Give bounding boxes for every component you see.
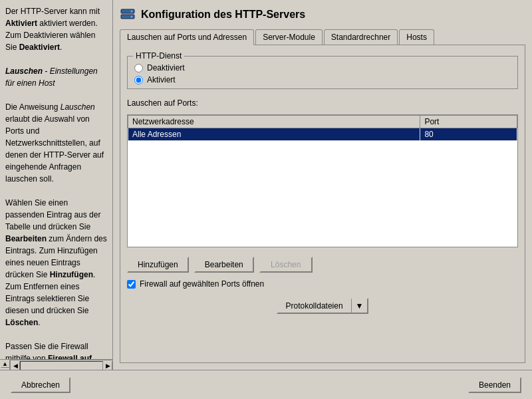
sidebar-scroll-right[interactable]: ▶ (103, 361, 112, 370)
firewall-checkbox-row: Firewall auf gewählten Ports öffnen (127, 279, 518, 289)
add-button[interactable]: Hinzufügen (127, 257, 189, 273)
firewall-label: Firewall auf gewählten Ports öffnen (140, 279, 264, 289)
protokoll-dropdown: Protokolldateien ▼ (277, 298, 369, 314)
tab-bar: Lauschen auf Ports und Adressen Server-M… (120, 29, 525, 45)
svg-point-2 (131, 11, 133, 13)
panel-content: HTTP-Dienst Deaktiviert Aktiviert Lausch… (120, 45, 525, 363)
dialog-title-bar: Konfiguration des HTTP-Servers (120, 7, 525, 23)
footer: Abbrechen Beenden (0, 370, 532, 399)
dialog-title-text: Konfiguration des HTTP-Servers (141, 9, 305, 21)
protokoll-row: Protokolldateien ▼ (127, 298, 518, 314)
cell-address: Alle Adressen (128, 128, 420, 141)
radio-deaktiviert-label: Deaktiviert (147, 63, 185, 72)
action-buttons: Hinzufügen Bearbeiten Löschen (127, 257, 518, 273)
firewall-checkbox[interactable] (127, 280, 136, 289)
tab-standardrechner[interactable]: Standardrechner (324, 29, 398, 45)
tab-hosts[interactable]: Hosts (399, 29, 434, 45)
ports-table: Netzwerkadresse Port Alle Adressen 80 (128, 115, 517, 141)
svg-point-3 (131, 16, 133, 18)
sidebar-text: Der HTTP-Server kann mit Aktiviert aktiv… (5, 5, 107, 359)
radio-deaktiviert[interactable]: Deaktiviert (134, 63, 511, 72)
table-row[interactable]: Alle Adressen 80 (128, 128, 517, 141)
radio-aktiviert-label: Aktiviert (147, 75, 176, 84)
http-service-group: HTTP-Dienst Deaktiviert Aktiviert (127, 56, 518, 89)
protokoll-button[interactable]: Protokolldateien (277, 298, 351, 314)
server-icon (120, 7, 136, 23)
sidebar-scroll-up[interactable]: ▲ (1, 360, 10, 368)
radio-deaktiviert-input[interactable] (134, 64, 143, 72)
sidebar-scroll-left[interactable]: ◀ (11, 361, 20, 370)
protokoll-arrow-button[interactable]: ▼ (351, 298, 369, 314)
cancel-button[interactable]: Abbrechen (11, 377, 70, 393)
delete-button[interactable]: Löschen (259, 257, 313, 273)
finish-button[interactable]: Beenden (468, 377, 521, 393)
col-port: Port (420, 116, 517, 128)
ports-label: Lauschen auf Ports: (127, 98, 518, 108)
col-netzwerkadresse: Netzwerkadresse (128, 116, 420, 128)
tab-lauschen[interactable]: Lauschen auf Ports und Adressen (120, 29, 254, 45)
ports-table-container: Netzwerkadresse Port Alle Adressen 80 (127, 114, 518, 247)
cell-port: 80 (420, 128, 517, 141)
edit-button[interactable]: Bearbeiten (194, 257, 254, 273)
radio-aktiviert-input[interactable] (134, 76, 143, 84)
sidebar: Der HTTP-Server kann mit Aktiviert aktiv… (0, 0, 113, 359)
http-service-legend: HTTP-Dienst (133, 51, 184, 61)
tab-server-module[interactable]: Server-Module (255, 29, 323, 45)
radio-aktiviert[interactable]: Aktiviert (134, 75, 511, 84)
